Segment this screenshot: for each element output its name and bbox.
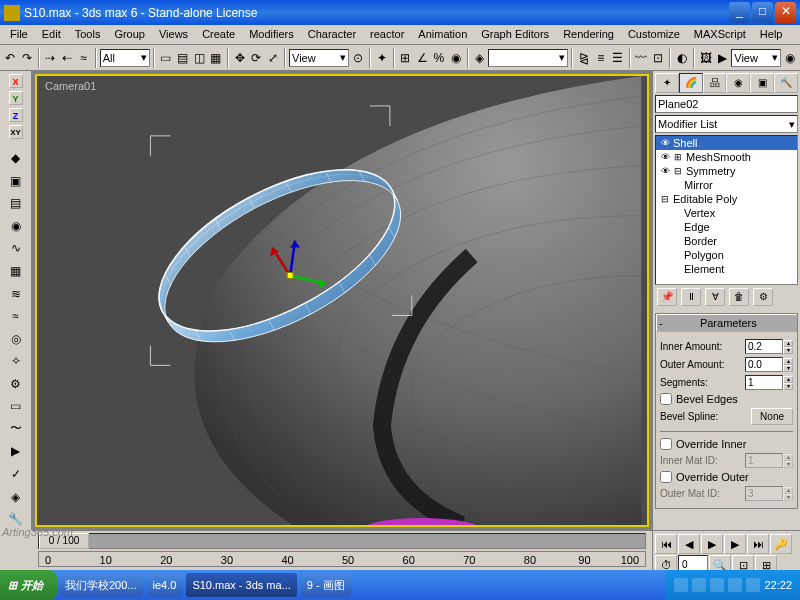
reactor-preview-button[interactable]: ▶ [2, 441, 30, 463]
menu-animation[interactable]: Animation [412, 27, 473, 42]
menu-create[interactable]: Create [196, 27, 241, 42]
layers-button[interactable]: ☰ [610, 47, 626, 69]
time-slider-track[interactable]: 0 / 100 [38, 533, 646, 549]
reactor-plane-button[interactable]: ▭ [2, 396, 30, 418]
close-button[interactable]: ✕ [775, 2, 796, 23]
menu-character[interactable]: Character [302, 27, 362, 42]
bevel-edges-checkbox[interactable]: Bevel Edges [660, 393, 793, 405]
use-pivot-button[interactable]: ⊙ [350, 47, 366, 69]
reactor-rope-button[interactable]: ∿ [2, 238, 30, 260]
menu-tools[interactable]: Tools [69, 27, 107, 42]
modifier-editable-poly[interactable]: ⊟ Editable Poly [656, 192, 797, 206]
taskbar-item-4[interactable]: 9 - 画图 [301, 573, 351, 597]
mirror-button[interactable]: ⧎ [576, 47, 592, 69]
spin-up[interactable]: ▴ [783, 340, 793, 347]
reactor-fracture-button[interactable]: ✧ [2, 350, 30, 372]
subobj-polygon[interactable]: Polygon [656, 248, 797, 262]
goto-end-button[interactable]: ⏭ [747, 534, 769, 554]
render-scene-button[interactable]: 🖼 [698, 47, 714, 69]
tray-icon[interactable] [692, 578, 706, 592]
modifier-shell[interactable]: 👁 Shell [656, 136, 797, 150]
object-name-field[interactable] [655, 95, 798, 113]
tab-utilities[interactable]: 🔨 [774, 73, 798, 93]
select-by-name-button[interactable]: ▤ [175, 47, 191, 69]
prev-frame-button[interactable]: ◀ [678, 534, 700, 554]
curve-editor-button[interactable]: 〰 [634, 47, 650, 69]
menu-file[interactable]: File [4, 27, 34, 42]
subobj-vertex[interactable]: Vertex [656, 206, 797, 220]
select-rotate-button[interactable]: ⟳ [249, 47, 265, 69]
tray-icon[interactable] [728, 578, 742, 592]
select-manipulate-button[interactable]: ✦ [374, 47, 390, 69]
eye-icon[interactable]: 👁 [660, 166, 670, 176]
menu-modifiers[interactable]: Modifiers [243, 27, 300, 42]
menu-group[interactable]: Group [108, 27, 151, 42]
spinner-snap-button[interactable]: ◉ [448, 47, 464, 69]
menu-graph-editors[interactable]: Graph Editors [475, 27, 555, 42]
start-button[interactable]: ⊞ 开始 [0, 570, 57, 600]
menu-reactor[interactable]: reactor [364, 27, 410, 42]
subobj-border[interactable]: Border [656, 234, 797, 248]
tab-hierarchy[interactable]: 品 [703, 73, 727, 93]
viewport[interactable]: Camera01 [35, 74, 649, 527]
reactor-motor-button[interactable]: ⚙ [2, 373, 30, 395]
modifier-stack[interactable]: 👁 Shell 👁 ⊞ MeshSmooth 👁 ⊟ Symmetry Mirr… [655, 135, 798, 285]
eye-icon[interactable]: 👁 [660, 138, 670, 148]
modifier-meshsmooth[interactable]: 👁 ⊞ MeshSmooth [656, 150, 797, 164]
inner-amount-spinner[interactable]: ▴▾ [745, 339, 793, 354]
reactor-wind-button[interactable]: ≈ [2, 305, 30, 327]
tab-motion[interactable]: ◉ [726, 73, 750, 93]
reactor-water-button[interactable]: ≋ [2, 283, 30, 305]
remove-modifier-button[interactable]: 🗑 [729, 288, 749, 306]
system-tray[interactable]: 22:22 [666, 570, 800, 600]
z-axis-constraint[interactable]: Z [9, 108, 23, 122]
maximize-button[interactable]: □ [752, 2, 773, 23]
render-type-dropdown[interactable]: View▾ [731, 49, 781, 67]
subobj-edge[interactable]: Edge [656, 220, 797, 234]
selection-filter-dropdown[interactable]: All▾ [100, 49, 150, 67]
menu-customize[interactable]: Customize [622, 27, 686, 42]
collapse-icon[interactable]: ⊟ [660, 194, 670, 204]
clock[interactable]: 22:22 [764, 579, 792, 591]
menu-maxscript[interactable]: MAXScript [688, 27, 752, 42]
tray-icon[interactable] [674, 578, 688, 592]
make-unique-button[interactable]: ∀ [705, 288, 725, 306]
parameters-header[interactable]: -Parameters [656, 314, 797, 332]
tray-icon[interactable] [710, 578, 724, 592]
material-editor-button[interactable]: ◐ [674, 47, 690, 69]
align-button[interactable]: ≡ [593, 47, 609, 69]
quick-render-button[interactable]: ▶ [715, 47, 731, 69]
ref-coord-dropdown[interactable]: View▾ [289, 49, 349, 67]
reactor-soft-button[interactable]: ◉ [2, 215, 30, 237]
configure-sets-button[interactable]: ⚙ [753, 288, 773, 306]
next-frame-button[interactable]: ▶ [724, 534, 746, 554]
collapse-icon[interactable]: ⊟ [673, 166, 683, 176]
reactor-util-button[interactable]: 🔧 [2, 508, 30, 530]
undo-button[interactable]: ↶ [2, 47, 18, 69]
minimize-button[interactable]: _ [729, 2, 750, 23]
reactor-prop-button[interactable]: ◈ [2, 486, 30, 508]
reactor-rigid-button[interactable]: ▣ [2, 170, 30, 192]
time-slider-thumb[interactable]: 0 / 100 [39, 533, 89, 549]
select-move-button[interactable]: ✥ [232, 47, 248, 69]
bind-spacewarp-button[interactable]: ≈ [76, 47, 92, 69]
window-crossing-button[interactable]: ▦ [208, 47, 224, 69]
unlink-button[interactable]: ⇠ [59, 47, 75, 69]
show-end-result-button[interactable]: Ⅱ [681, 288, 701, 306]
expand-icon[interactable]: ⊞ [673, 152, 683, 162]
outer-amount-spinner[interactable]: ▴▾ [745, 357, 793, 372]
select-region-button[interactable]: ◫ [191, 47, 207, 69]
reactor-mesh-button[interactable]: ▦ [2, 260, 30, 282]
menu-rendering[interactable]: Rendering [557, 27, 620, 42]
y-axis-constraint[interactable]: Y [9, 91, 23, 105]
percent-snap-button[interactable]: % [431, 47, 447, 69]
x-axis-constraint[interactable]: X [9, 74, 23, 88]
menu-help[interactable]: Help [754, 27, 789, 42]
tab-display[interactable]: ▣ [750, 73, 774, 93]
reactor-toy-button[interactable]: ◎ [2, 328, 30, 350]
reactor-cloth-button[interactable]: ▤ [2, 192, 30, 214]
taskbar-item-1[interactable]: 我们学校200... [59, 573, 143, 597]
modifier-symmetry-mirror[interactable]: Mirror [656, 178, 797, 192]
redo-button[interactable]: ↷ [19, 47, 35, 69]
angle-snap-button[interactable]: ∠ [414, 47, 430, 69]
